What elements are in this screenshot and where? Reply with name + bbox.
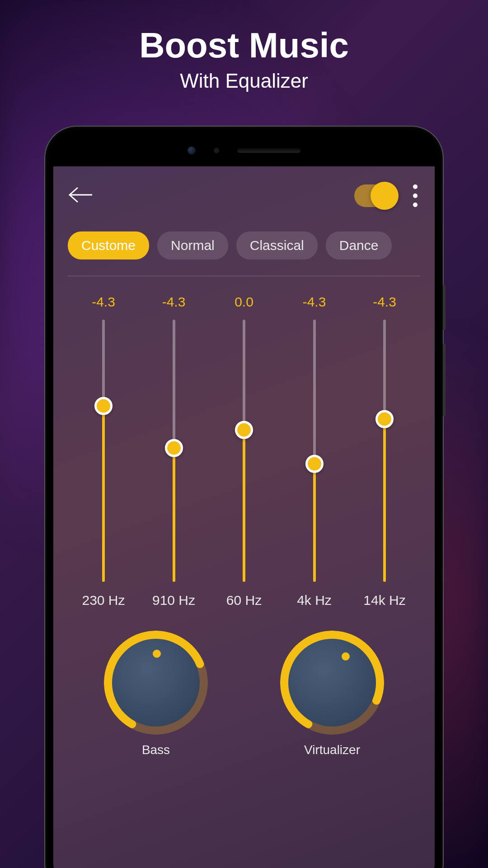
- eq-slider[interactable]: [383, 320, 386, 582]
- preset-dance[interactable]: Dance: [326, 231, 392, 259]
- more-menu-icon[interactable]: [410, 182, 420, 210]
- band-value: -4.3: [92, 294, 115, 310]
- band-freq: 910 Hz: [152, 593, 195, 608]
- band-freq: 4k Hz: [297, 593, 332, 608]
- band-value: -4.3: [303, 294, 326, 310]
- app-screen: CustomeNormalClassicalDance -4.3230 Hz-4…: [53, 166, 435, 868]
- bass-knob[interactable]: [104, 631, 208, 735]
- eq-toggle[interactable]: [354, 184, 398, 207]
- knob-row: Bass Virtualizer: [68, 631, 420, 757]
- eq-slider[interactable]: [313, 320, 316, 582]
- band-freq: 60 Hz: [226, 593, 262, 608]
- slider-thumb[interactable]: [375, 410, 394, 428]
- phone-frame: CustomeNormalClassicalDance -4.3230 Hz-4…: [45, 127, 443, 868]
- band-freq: 14k Hz: [363, 593, 405, 608]
- eq-band-2: 0.060 Hz: [215, 294, 273, 608]
- promo-title: Boost Music: [0, 25, 488, 66]
- phone-volume-button: [443, 344, 446, 416]
- eq-band-3: -4.34k Hz: [285, 294, 344, 608]
- phone-power-button: [443, 285, 446, 330]
- virtualizer-knob[interactable]: [280, 631, 384, 735]
- virtualizer-knob-label: Virtualizer: [304, 743, 360, 757]
- phone-notch: [53, 135, 435, 166]
- preset-classical[interactable]: Classical: [236, 231, 318, 259]
- band-value: -4.3: [162, 294, 186, 310]
- band-value: 0.0: [235, 294, 253, 310]
- bass-knob-label: Bass: [142, 743, 170, 757]
- eq-band-4: -4.314k Hz: [355, 294, 414, 608]
- eq-slider[interactable]: [243, 320, 245, 582]
- eq-slider[interactable]: [102, 320, 105, 582]
- band-value: -4.3: [373, 294, 396, 310]
- eq-band-1: -4.3910 Hz: [145, 294, 203, 608]
- preset-row: CustomeNormalClassicalDance: [68, 231, 420, 259]
- slider-thumb[interactable]: [165, 439, 183, 457]
- divider: [68, 276, 420, 276]
- promo-header: Boost Music With Equalizer: [0, 25, 488, 92]
- eq-band-0: -4.3230 Hz: [74, 294, 133, 608]
- eq-bands: -4.3230 Hz-4.3910 Hz0.060 Hz-4.34k Hz-4.…: [68, 294, 420, 608]
- back-arrow-icon[interactable]: [68, 186, 94, 206]
- top-bar: [68, 180, 420, 212]
- eq-slider[interactable]: [173, 320, 175, 582]
- slider-thumb[interactable]: [94, 397, 113, 415]
- band-freq: 230 Hz: [82, 593, 125, 608]
- slider-thumb[interactable]: [305, 455, 324, 473]
- promo-subtitle: With Equalizer: [0, 70, 488, 92]
- slider-thumb[interactable]: [235, 421, 253, 439]
- preset-normal[interactable]: Normal: [157, 231, 228, 259]
- preset-custome[interactable]: Custome: [68, 231, 149, 259]
